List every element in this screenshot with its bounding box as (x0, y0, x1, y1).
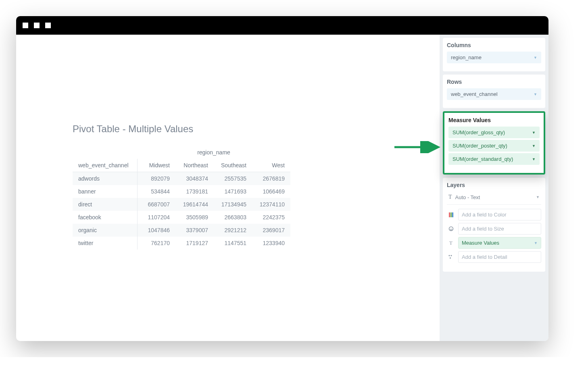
cell-value: 1147551 (214, 237, 252, 250)
cell-value: 2921212 (214, 224, 252, 237)
columns-field-label: region_name (451, 54, 482, 60)
window-control[interactable] (45, 23, 51, 28)
cell-value: 1719127 (175, 237, 214, 250)
caret-down-icon: ▼ (532, 144, 536, 148)
table-row: banner534844173918114716931066469 (73, 185, 290, 198)
columns-field-pill[interactable]: region_name ▼ (447, 52, 541, 63)
table-row: adwords892079304837425575352676819 (73, 172, 290, 185)
cell-value: 2242375 (252, 211, 290, 224)
page-title: Pivot Table - Multiple Values (73, 123, 423, 135)
table-row: direct6687007196147441713494512374110 (73, 198, 290, 211)
cell-value: 2676819 (252, 172, 290, 185)
svg-point-2 (450, 229, 452, 231)
titlebar (16, 16, 548, 35)
caret-down-icon: ▼ (532, 131, 536, 135)
rows-header: web_event_channel (73, 159, 137, 172)
size-field-input[interactable]: Add a field to Size (458, 223, 541, 235)
column-header: Southeast (214, 159, 252, 172)
caret-down-icon: ▼ (534, 92, 537, 96)
main-canvas: Pivot Table - Multiple Values region_nam… (16, 35, 440, 341)
columns-superheader: region_name (137, 146, 290, 159)
cell-value: 17134945 (214, 198, 252, 211)
cell-value: 1233940 (252, 237, 290, 250)
svg-point-3 (448, 255, 450, 256)
rows-panel-title: Rows (447, 79, 541, 85)
cell-value: 6687007 (137, 198, 175, 211)
cell-value: 3379007 (175, 224, 214, 237)
cell-value: 12374110 (252, 198, 290, 211)
caret-down-icon: ▼ (534, 56, 537, 60)
cell-value: 1471693 (214, 185, 252, 198)
text-icon: T (448, 194, 452, 200)
measure-label: SUM(order_standard_qty) (452, 156, 513, 162)
text-field-input[interactable]: Measure Values ▼ (458, 237, 541, 249)
cell-value: 1047846 (137, 224, 175, 237)
window-control[interactable] (34, 23, 40, 28)
row-label: banner (73, 185, 137, 198)
cell-value: 762170 (137, 237, 175, 250)
color-icon (447, 211, 455, 219)
config-sidebar: Columns region_name ▼ Rows web_event_cha… (440, 35, 548, 341)
cell-value: 3048374 (175, 172, 214, 185)
cell-value: 1107204 (137, 211, 175, 224)
rows-field-pill[interactable]: web_event_channel ▼ (447, 88, 541, 100)
rows-panel: Rows web_event_channel ▼ (443, 75, 545, 108)
measure-pill[interactable]: SUM(order_poster_qty)▼ (448, 140, 540, 152)
columns-panel-title: Columns (447, 42, 541, 48)
cell-value: 2557535 (214, 172, 252, 185)
column-header: Midwest (137, 159, 175, 172)
color-field-input[interactable]: Add a field to Color (458, 209, 541, 220)
table-row: twitter762170171912711475511233940 (73, 237, 290, 250)
pivot-table: region_name web_event_channel MidwestNor… (73, 146, 290, 250)
svg-point-4 (450, 255, 452, 256)
table-row: organic1047846337900729212122369017 (73, 224, 290, 237)
cell-value: 2369017 (252, 224, 290, 237)
size-icon (447, 225, 455, 233)
cell-value: 892079 (137, 172, 175, 185)
measure-label: SUM(order_poster_qty) (452, 143, 507, 149)
columns-panel: Columns region_name ▼ (443, 38, 545, 71)
detail-icon (447, 253, 455, 261)
text-icon: T (447, 239, 455, 247)
window-control[interactable] (23, 23, 28, 28)
measure-values-title: Measure Values (448, 117, 540, 123)
column-header: West (252, 159, 290, 172)
rows-field-label: web_event_channel (451, 91, 498, 97)
cell-value: 1739181 (175, 185, 214, 198)
row-label: facebook (73, 211, 137, 224)
app-window: Pivot Table - Multiple Values region_nam… (16, 16, 548, 341)
cell-value: 1066469 (252, 185, 290, 198)
cell-value: 2663803 (214, 211, 252, 224)
caret-down-icon: ▼ (534, 241, 538, 245)
cell-value: 19614744 (175, 198, 214, 211)
row-label: direct (73, 198, 137, 211)
detail-field-input[interactable]: Add a field to Detail (458, 251, 541, 263)
caret-down-icon: ▼ (536, 195, 540, 199)
column-header: Northeast (175, 159, 214, 172)
measure-label: SUM(order_gloss_qty) (452, 129, 505, 135)
layers-type-label: Auto - Text (455, 194, 480, 200)
measure-pill[interactable]: SUM(order_gloss_qty)▼ (448, 127, 540, 138)
callout-arrow-icon (393, 141, 441, 153)
svg-point-5 (449, 257, 450, 258)
layers-panel: Layers T Auto - Text ▼ (443, 178, 545, 272)
row-label: organic (73, 224, 137, 237)
row-label: twitter (73, 237, 137, 250)
layers-type-selector[interactable]: T Auto - Text ▼ (447, 191, 541, 205)
text-field-value: Measure Values (462, 240, 499, 246)
layers-panel-title: Layers (447, 182, 541, 188)
cell-value: 3505989 (175, 211, 214, 224)
measure-values-panel: Measure Values SUM(order_gloss_qty)▼SUM(… (443, 111, 545, 175)
cell-value: 534844 (137, 185, 175, 198)
row-label: adwords (73, 172, 137, 185)
caret-down-icon: ▼ (532, 157, 536, 161)
table-row: facebook1107204350598926638032242375 (73, 211, 290, 224)
measure-pill[interactable]: SUM(order_standard_qty)▼ (448, 153, 540, 165)
